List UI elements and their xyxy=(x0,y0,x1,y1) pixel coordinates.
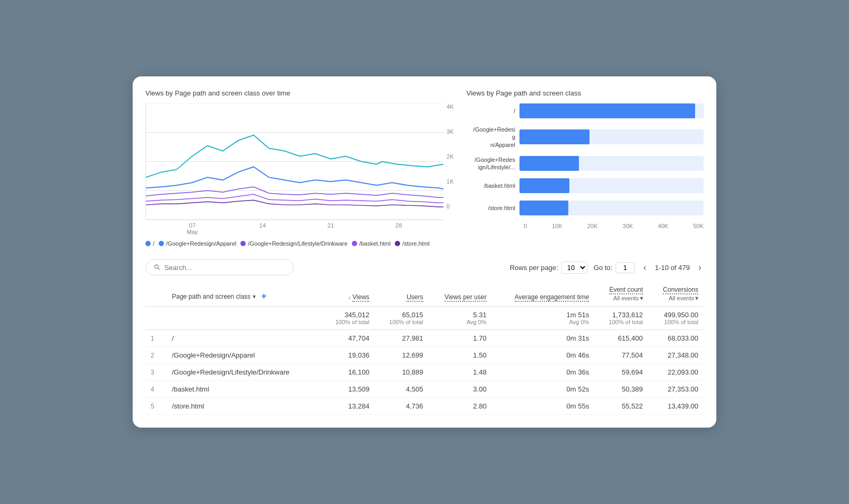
th-event-count: Event count All events ▾ xyxy=(594,282,648,307)
row-4-conv: 27,353.00 xyxy=(648,381,704,398)
row-3-users: 10,889 xyxy=(375,364,428,381)
bar-x-30k: 30K xyxy=(622,223,633,229)
legend-item-root: / xyxy=(145,240,154,247)
bar-label-root: / xyxy=(472,107,519,115)
th-page: Page path and screen class ▾ + xyxy=(167,282,321,307)
row-4-vpu: 3.00 xyxy=(429,381,492,398)
row-2-conv: 27,348.00 xyxy=(648,347,704,364)
bar-fill-lifestyle xyxy=(519,156,579,171)
th-users: Users xyxy=(375,282,428,307)
bar-fill-apparel xyxy=(519,129,590,144)
row-2-num: 2 xyxy=(145,347,167,364)
search-icon xyxy=(153,263,161,272)
row-1-users: 27,981 xyxy=(375,330,428,347)
bar-fill-root xyxy=(519,103,695,118)
th-conv-label: Conversions xyxy=(663,286,698,294)
legend-label-root: / xyxy=(153,240,154,247)
search-input[interactable] xyxy=(164,264,286,272)
table-section: Rows per page: 10 25 50 Go to: ‹ 1-10 of… xyxy=(145,259,704,415)
table-row: 2 /Google+Redesign/Apparel 19,036 12,699… xyxy=(145,347,704,364)
next-page-button[interactable]: › xyxy=(696,261,704,274)
legend-dot-root xyxy=(145,241,151,246)
go-to-input[interactable] xyxy=(616,262,635,273)
th-avg-label: Average engagement time xyxy=(515,293,590,302)
row-4-users: 4,505 xyxy=(375,381,428,398)
table-row: 3 /Google+Redesign/Lifestyle/Drinkware 1… xyxy=(145,364,704,381)
sort-down-icon: ↓ xyxy=(348,293,351,301)
data-table: Page path and screen class ▾ + ↓ Views U… xyxy=(145,282,704,415)
add-column-button[interactable]: + xyxy=(261,291,267,302)
th-page-label: Page path and screen class xyxy=(172,293,250,300)
row-3-avg: 0m 36s xyxy=(492,364,594,381)
bar-label-basket: /basket.html xyxy=(472,182,519,189)
row-5-page: /store.html xyxy=(167,398,321,415)
legend-dot-lifestyle xyxy=(240,241,246,246)
row-4-page: /basket.html xyxy=(167,381,321,398)
table-row: 1 / 47,704 27,981 1.70 0m 31s 615,400 68… xyxy=(145,330,704,347)
totals-vpu: 5.31 Avg 0% xyxy=(429,307,492,330)
th-conv-sub: All events xyxy=(669,295,694,301)
bar-track-basket xyxy=(519,178,704,193)
row-2-views: 19,036 xyxy=(321,347,375,364)
x-label-28: 28 xyxy=(395,222,402,235)
conversions-dropdown-icon[interactable]: ▾ xyxy=(695,294,698,302)
search-box[interactable] xyxy=(145,259,294,275)
page-info: 1-10 of 479 xyxy=(655,264,690,272)
row-3-num: 3 xyxy=(145,364,167,381)
row-2-events: 77,504 xyxy=(594,347,648,364)
bar-label-lifestyle: /Google+Redesign/Lifestyle/... xyxy=(472,156,519,171)
bar-x-axis: 0 10K 20K 30K 40K 50K xyxy=(524,223,704,229)
th-views: ↓ Views xyxy=(321,282,375,307)
bar-chart-area: / /Google+Redesign/Apparel /Google+Redes… xyxy=(466,103,704,229)
row-5-avg: 0m 55s xyxy=(492,398,594,415)
bar-track-root xyxy=(519,103,704,118)
row-5-num: 5 xyxy=(145,398,167,415)
go-to: Go to: xyxy=(594,262,635,273)
th-conversions: Conversions All events ▾ xyxy=(648,282,704,307)
page-col-dropdown-icon[interactable]: ▾ xyxy=(253,293,256,300)
line-chart-area xyxy=(145,103,444,220)
y-label-4k: 4K xyxy=(447,103,454,110)
bar-x-0: 0 xyxy=(524,223,527,229)
totals-conversions: 499,950.00 100% of total xyxy=(648,307,704,330)
bar-fill-store xyxy=(519,201,568,215)
row-1-avg: 0m 31s xyxy=(492,330,594,347)
row-2-avg: 0m 46s xyxy=(492,347,594,364)
bar-row-basket: /basket.html xyxy=(472,178,704,193)
row-1-conv: 68,033.00 xyxy=(648,330,704,347)
th-num xyxy=(145,282,167,307)
bar-label-store: /store.html xyxy=(472,204,519,212)
prev-page-button[interactable]: ‹ xyxy=(641,261,648,274)
y-label-3k: 3K xyxy=(447,128,454,135)
bar-x-50k: 50K xyxy=(693,223,704,229)
totals-row: 345,012 100% of total 65,015 100% of tot… xyxy=(145,307,704,330)
event-count-dropdown-icon[interactable]: ▾ xyxy=(640,294,643,302)
table-row: 4 /basket.html 13,509 4,505 3.00 0m 52s … xyxy=(145,381,704,398)
th-users-label: Users xyxy=(406,293,423,302)
row-1-events: 615,400 xyxy=(594,330,648,347)
row-1-num: 1 xyxy=(145,330,167,347)
totals-views: 345,012 100% of total xyxy=(321,307,375,330)
row-2-users: 12,699 xyxy=(375,347,428,364)
x-label-14: 14 xyxy=(259,222,266,235)
line-chart-svg xyxy=(146,103,444,220)
row-5-users: 4,736 xyxy=(375,398,428,415)
rows-per-page-select[interactable]: 10 25 50 xyxy=(561,262,587,274)
th-views-per-user: Views per user xyxy=(429,282,492,307)
bar-row-root: / xyxy=(472,103,704,118)
bar-x-20k: 20K xyxy=(587,223,598,229)
row-5-events: 55,522 xyxy=(594,398,648,415)
legend-label-apparel: /Google+Redesign/Apparel xyxy=(166,240,236,247)
bar-track-apparel xyxy=(519,129,704,144)
table-row: 5 /store.html 13,284 4,736 2.80 0m 55s 5… xyxy=(145,398,704,415)
row-3-events: 59,694 xyxy=(594,364,648,381)
analytics-card: Views by Page path and screen class over… xyxy=(133,76,716,428)
row-4-avg: 0m 52s xyxy=(492,381,594,398)
legend-item-lifestyle: /Google+Redesign/Lifestyle/Drinkware xyxy=(240,240,347,247)
totals-num xyxy=(145,307,167,330)
legend-dot-store xyxy=(395,241,400,246)
totals-avg: 1m 51s Avg 0% xyxy=(492,307,594,330)
th-event-label: Event count xyxy=(609,286,643,294)
rows-per-page-label: Rows per page: xyxy=(510,264,558,272)
th-vpu-label: Views per user xyxy=(445,293,487,302)
